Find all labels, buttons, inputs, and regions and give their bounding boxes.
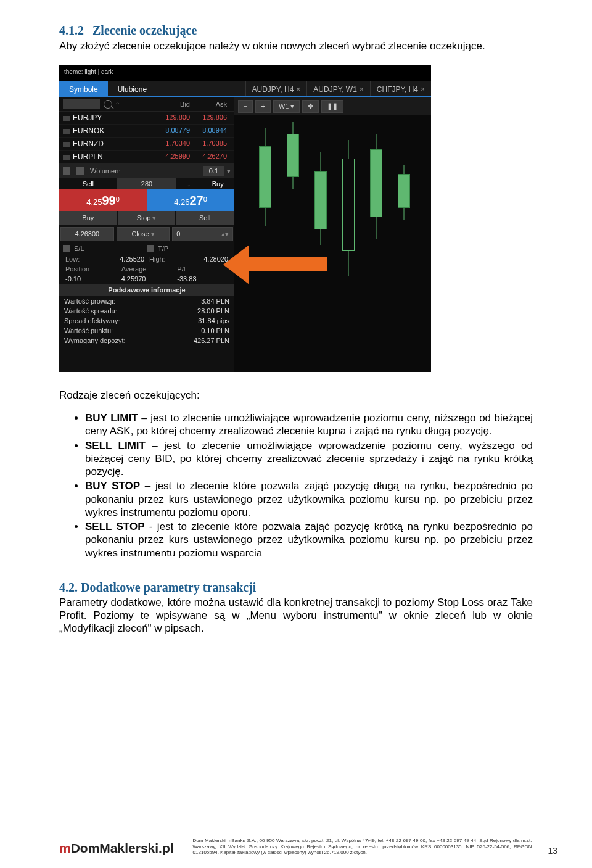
info-value: 426.27 PLN bbox=[194, 337, 229, 344]
close-icon[interactable]: × bbox=[421, 85, 425, 94]
section-42-number: 4.2. bbox=[59, 581, 78, 594]
info-value: 31.84 pips bbox=[198, 317, 229, 324]
theme-light-link[interactable]: light bbox=[84, 68, 96, 75]
price-input[interactable]: 4.26300 bbox=[60, 227, 114, 241]
arrow-down-icon: ↓ bbox=[187, 180, 191, 188]
app-screenshot: theme: light | dark Symbole Ulubione AUD… bbox=[59, 65, 533, 372]
info-row: Wartość punktu:0.10 PLN bbox=[59, 326, 234, 336]
search-icon[interactable] bbox=[104, 100, 112, 109]
section-42-title: Dodatkowe parametry transakcji bbox=[81, 581, 256, 594]
ask-value: 129.806 bbox=[194, 114, 231, 122]
pl-value: -33.83 bbox=[177, 275, 196, 283]
symbol-name: EURPLN bbox=[63, 152, 112, 161]
info-key: Wartość punktu: bbox=[64, 327, 113, 334]
offset-input[interactable]: 0▴▾ bbox=[172, 227, 233, 241]
position-label: Position bbox=[65, 265, 89, 273]
zoom-out-button[interactable]: − bbox=[238, 100, 253, 113]
tp-label: T/P bbox=[158, 245, 168, 252]
zoom-in-button[interactable]: + bbox=[255, 100, 270, 113]
info-row: Wartość prowizji:3.84 PLN bbox=[59, 296, 234, 306]
sell-header: Sell bbox=[59, 178, 117, 189]
buy-header: Buy bbox=[212, 180, 224, 188]
bullet-item: BUY STOP – jest to zlecenie które pozwal… bbox=[85, 479, 533, 519]
close-select[interactable]: Close bbox=[117, 227, 170, 241]
average-label: Average bbox=[121, 265, 147, 273]
symbol-name: EURJPY bbox=[63, 114, 112, 122]
pause-button[interactable]: ❚❚ bbox=[321, 100, 343, 113]
info-value: 28.00 PLN bbox=[197, 307, 229, 315]
bid-value: 8.08779 bbox=[157, 126, 194, 135]
tab-ulubione[interactable]: Ulubione bbox=[108, 81, 157, 96]
tp-checkbox[interactable] bbox=[147, 245, 154, 252]
chevron-down-icon: ▾ bbox=[152, 214, 156, 221]
ask-header: Ask bbox=[194, 99, 231, 109]
flag-icon bbox=[63, 142, 70, 147]
chart-tab-2[interactable]: CHFJPY, H4× bbox=[370, 81, 431, 96]
intro-text: Aby złożyć zlecenie oczekujące należy w … bbox=[59, 40, 533, 52]
symbol-row[interactable]: EURNZD1.703401.70385 bbox=[59, 138, 234, 151]
action-stop[interactable]: Stop ▾ bbox=[118, 211, 176, 225]
footer-legal-text: Dom Maklerski mBanku S.A., 00-950 Warsza… bbox=[184, 838, 532, 856]
basic-info-header: Podstawowe informacje bbox=[59, 284, 234, 296]
ask-value: 8.08944 bbox=[194, 126, 231, 135]
symbol-name: EURNZD bbox=[63, 139, 112, 148]
crosshair-button[interactable]: ✥ bbox=[302, 100, 319, 113]
ask-value: 1.70385 bbox=[194, 139, 231, 148]
candlestick-chart[interactable] bbox=[234, 115, 431, 372]
bullet-item: SELL LIMIT – jest to zlecenie umożliwiaj… bbox=[85, 439, 533, 479]
sl-label: S/L bbox=[74, 245, 84, 252]
section-title: Zlecenie oczekujące bbox=[92, 23, 197, 37]
low-value: 4.25520 bbox=[120, 255, 144, 263]
volume-label: Wolumen: bbox=[90, 167, 120, 175]
search-input[interactable] bbox=[63, 99, 100, 109]
info-value: 3.84 PLN bbox=[201, 297, 229, 305]
section-42-heading: 4.2. Dodatkowe parametry transakcji bbox=[59, 581, 533, 595]
theme-selector: theme: light | dark bbox=[59, 65, 431, 81]
annotation-arrow bbox=[247, 257, 327, 271]
sl-checkbox[interactable] bbox=[63, 245, 70, 252]
symbol-row[interactable]: EURJPY129.800129.806 bbox=[59, 112, 234, 125]
checkbox-icon[interactable] bbox=[76, 167, 84, 175]
bid-header: Bid bbox=[157, 99, 194, 109]
rodzaje-title: Rodzaje zleceń oczekujących: bbox=[59, 389, 533, 402]
tab-symbole[interactable]: Symbole bbox=[59, 81, 108, 96]
section-number: 4.1.2 bbox=[59, 23, 84, 37]
symbol-row[interactable]: EURPLN4.259904.26270 bbox=[59, 151, 234, 163]
page-number: 13 bbox=[548, 846, 557, 856]
info-row: Wartość spreadu:28.00 PLN bbox=[59, 306, 234, 316]
buy-button[interactable]: 4.26270 bbox=[147, 189, 234, 211]
timeframe-select[interactable]: W1 ▾ bbox=[273, 100, 300, 113]
close-icon[interactable]: × bbox=[360, 85, 364, 94]
bid-value: 1.70340 bbox=[157, 139, 194, 148]
low-label: Low: bbox=[65, 255, 80, 263]
action-buy[interactable]: Buy bbox=[59, 211, 118, 225]
info-value: 0.10 PLN bbox=[201, 327, 229, 334]
volume-input[interactable]: 0.1 bbox=[203, 166, 224, 176]
average-value: 4.25970 bbox=[121, 275, 146, 283]
theme-dark-link[interactable]: dark bbox=[101, 68, 113, 75]
sell-button[interactable]: 4.25990 bbox=[59, 189, 147, 211]
pl-label: P/L bbox=[177, 265, 187, 273]
chevron-down-icon[interactable]: ▾ bbox=[227, 167, 231, 175]
bullet-item: BUY LIMIT – jest to zlecenie umożliwiają… bbox=[85, 411, 533, 438]
checkbox-icon[interactable] bbox=[63, 167, 70, 175]
info-row: Spread efektywny:31.84 pips bbox=[59, 316, 234, 326]
bullet-item: SELL STOP - jest to zlecenie które pozwa… bbox=[85, 520, 533, 560]
theme-label: theme: bbox=[64, 68, 83, 75]
logo: mDomMaklerski.pl bbox=[59, 841, 174, 856]
ask-value: 4.26270 bbox=[194, 152, 231, 161]
close-icon[interactable]: × bbox=[296, 85, 300, 94]
info-key: Wymagany depozyt: bbox=[64, 337, 126, 344]
action-sell[interactable]: Sell bbox=[176, 211, 234, 225]
symbol-row[interactable]: EURNOK8.087798.08944 bbox=[59, 125, 234, 138]
chart-tab-0[interactable]: AUDJPY, H4× bbox=[245, 81, 307, 96]
chevron-up-icon[interactable]: ^ bbox=[112, 101, 123, 108]
stepper-icon[interactable]: ▴▾ bbox=[221, 230, 229, 238]
bid-value: 4.25990 bbox=[157, 152, 194, 161]
spread-value: 280 bbox=[117, 178, 177, 189]
flag-icon bbox=[63, 155, 70, 160]
flag-icon bbox=[63, 129, 70, 134]
chevron-down-icon: ▾ bbox=[290, 102, 294, 110]
info-key: Spread efektywny: bbox=[64, 317, 120, 324]
chart-tab-1[interactable]: AUDJPY, W1× bbox=[306, 81, 369, 96]
